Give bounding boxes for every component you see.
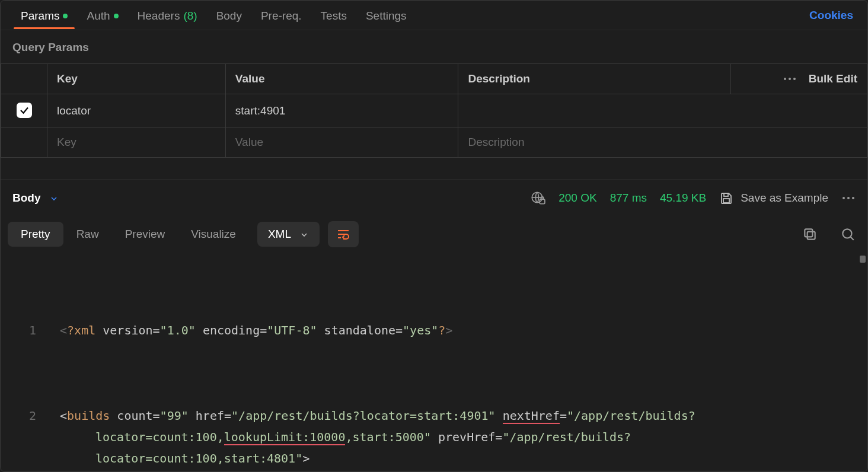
tab-tests[interactable]: Tests: [311, 2, 356, 28]
format-label: XML: [268, 228, 291, 241]
svg-rect-3: [723, 199, 729, 203]
row-description-cell[interactable]: [458, 94, 867, 127]
request-tabs: Params Auth Headers (8) Body Pre-req. Te…: [1, 1, 867, 30]
new-description-input[interactable]: Description: [458, 127, 867, 158]
tab-body[interactable]: Body: [207, 2, 251, 28]
viewtab-preview[interactable]: Preview: [112, 222, 178, 247]
tab-prereq-label: Pre-req.: [261, 9, 302, 23]
col-description: Description: [458, 64, 731, 94]
tab-params[interactable]: Params: [11, 2, 77, 28]
response-body: 1 <?xml version="1.0" encoding="UTF-8" s…: [1, 253, 867, 472]
more-icon[interactable]: [784, 78, 796, 80]
tab-auth-label: Auth: [87, 9, 110, 23]
col-description-label: Description: [468, 72, 530, 85]
copy-icon: [802, 227, 818, 242]
scrollbar-thumb[interactable]: [860, 256, 866, 263]
row-value-cell[interactable]: start:4901: [225, 94, 458, 127]
globe-lock-icon: [530, 190, 545, 206]
line-number: 2: [1, 405, 60, 469]
wrap-icon: [336, 227, 350, 241]
copy-button[interactable]: [802, 227, 818, 242]
response-size: 45.19 KB: [660, 192, 706, 205]
status-code: 200 OK: [559, 192, 596, 205]
svg-rect-7: [805, 229, 812, 237]
tab-settings[interactable]: Settings: [356, 2, 416, 28]
pretty-raw-segment: Pretty Raw Preview Visualize: [8, 222, 249, 247]
check-icon: [19, 105, 30, 116]
tab-headers[interactable]: Headers (8): [128, 2, 207, 28]
active-dot-icon: [114, 14, 119, 18]
row-key-cell[interactable]: locator: [47, 94, 226, 127]
svg-rect-6: [808, 232, 815, 240]
response-view-label: Body: [12, 192, 41, 205]
save-example-button[interactable]: Save as Example: [719, 191, 828, 205]
code-line: 1 <?xml version="1.0" encoding="UTF-8" s…: [1, 320, 856, 341]
svg-line-9: [850, 237, 853, 240]
viewtab-pretty[interactable]: Pretty: [8, 222, 63, 247]
svg-rect-2: [724, 193, 728, 196]
chevron-down-icon: [49, 193, 59, 203]
response-view-bar: Pretty Raw Preview Visualize XML: [1, 216, 867, 253]
section-title: Query Params: [1, 30, 867, 63]
viewtab-raw[interactable]: Raw: [63, 222, 112, 247]
tab-headers-count: (8): [183, 9, 197, 23]
table-row-new: Key Value Description: [1, 127, 867, 158]
response-view-dropdown[interactable]: Body: [12, 192, 59, 205]
new-key-input[interactable]: Key: [47, 127, 226, 158]
code-line: 2 <builds count="99" href="/app/rest/bui…: [1, 405, 856, 469]
wrap-lines-button[interactable]: [328, 221, 359, 247]
tab-tests-label: Tests: [321, 9, 347, 23]
col-key: Key: [47, 64, 226, 94]
search-button[interactable]: [840, 227, 856, 242]
tab-prereq[interactable]: Pre-req.: [251, 2, 311, 28]
row-checkbox[interactable]: [17, 103, 32, 118]
more-icon: [843, 197, 854, 199]
code-view[interactable]: 1 <?xml version="1.0" encoding="UTF-8" s…: [1, 256, 856, 472]
new-value-input[interactable]: Value: [225, 127, 458, 158]
line-number: 1: [1, 320, 60, 341]
save-example-label: Save as Example: [741, 192, 828, 205]
save-icon: [719, 191, 733, 205]
response-more-button[interactable]: [841, 191, 856, 205]
search-icon: [840, 227, 856, 242]
tab-headers-label: Headers: [138, 9, 180, 23]
query-params-table: Key Value Description Bulk Edit locator …: [1, 63, 867, 158]
format-select[interactable]: XML: [257, 222, 320, 247]
active-dot-icon: [63, 14, 68, 18]
tab-params-label: Params: [21, 9, 59, 23]
tab-body-label: Body: [216, 9, 242, 23]
response-time: 877 ms: [610, 192, 647, 205]
viewtab-visualize[interactable]: Visualize: [178, 222, 249, 247]
bulk-edit-link[interactable]: Bulk Edit: [809, 72, 857, 85]
col-actions: Bulk Edit: [731, 64, 867, 94]
response-bar: Body 200 OK 877 ms 45.19 KB Save as Exam…: [1, 179, 867, 216]
svg-point-8: [843, 229, 851, 238]
tab-auth[interactable]: Auth: [77, 2, 127, 28]
col-value: Value: [225, 64, 458, 94]
cookies-link[interactable]: Cookies: [809, 9, 857, 22]
table-row: locator start:4901: [1, 94, 867, 127]
col-checkbox: [1, 64, 47, 94]
chevron-down-icon: [299, 229, 309, 239]
tab-settings-label: Settings: [366, 9, 407, 23]
